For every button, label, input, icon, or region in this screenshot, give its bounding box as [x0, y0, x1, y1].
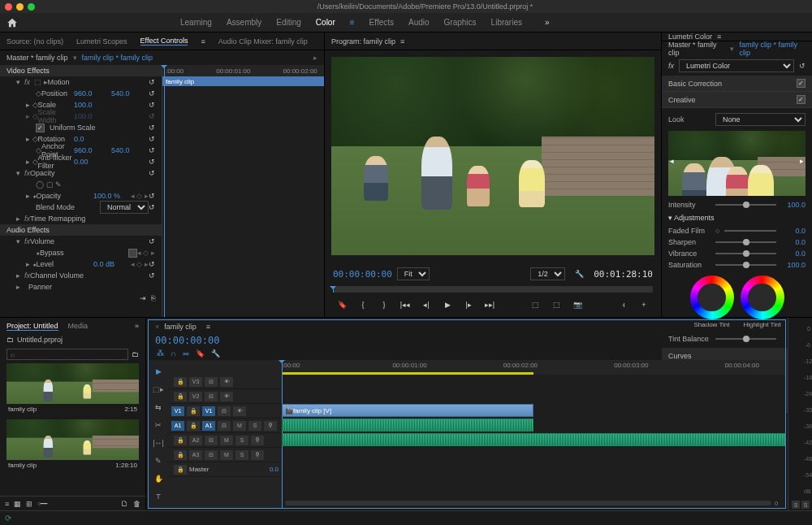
timeline-ruler[interactable]: :00:00 00:00:01:00 00:00:02:00 00:00:03:… — [282, 360, 785, 375]
overflow-icon[interactable]: » — [135, 322, 139, 330]
panel-menu-icon[interactable]: ≡ — [206, 323, 210, 331]
zoom-select[interactable]: 1/2 — [530, 267, 565, 280]
selection-tool[interactable]: ▶ — [152, 365, 165, 378]
export-icon[interactable]: ⎘ — [151, 294, 155, 304]
mute-a3[interactable]: M — [220, 450, 233, 460]
tab-effect-controls[interactable]: Effect Controls — [140, 37, 188, 46]
reset-icon[interactable]: ↺ — [149, 158, 155, 166]
scale-val[interactable]: 100.0 — [74, 101, 111, 109]
goto-in-icon[interactable]: |◂◂ — [399, 298, 412, 311]
play-icon[interactable]: ▸ — [313, 54, 317, 62]
saturation-val[interactable]: 100.0 — [781, 261, 806, 269]
reset-icon[interactable]: ↺ — [149, 203, 155, 211]
marker-icon[interactable]: 🔖 — [335, 298, 348, 311]
marker-icon[interactable]: 🔖 — [196, 349, 205, 358]
look-select[interactable]: None — [715, 113, 806, 126]
program-monitor[interactable] — [331, 57, 654, 255]
freeform-icon[interactable]: ⊞ — [26, 500, 32, 508]
new-bin-icon[interactable]: 🗀 — [132, 350, 139, 358]
track-a2[interactable]: A2 — [189, 436, 202, 445]
lock-v1[interactable]: 🔒 — [187, 406, 200, 416]
next-look-icon[interactable]: ▸ — [800, 157, 804, 165]
step-back-icon[interactable]: ◂| — [420, 298, 433, 311]
rec-a3[interactable]: 🎙 — [251, 450, 264, 460]
lift-icon[interactable]: ⬚ — [529, 298, 542, 311]
export-frame-icon[interactable]: 📷 — [571, 298, 584, 311]
ws-editing[interactable]: Editing — [276, 18, 301, 27]
toggle-a2[interactable]: ⊟ — [205, 436, 218, 445]
sync-icon[interactable]: ⟳ — [5, 514, 11, 523]
basic-enable[interactable] — [797, 79, 806, 88]
trash-icon[interactable]: 🗑 — [133, 500, 140, 508]
eye-v2[interactable]: 👁 — [220, 392, 233, 401]
sequence-tab[interactable]: family clip — [164, 323, 197, 331]
panel-menu-icon[interactable]: ≡ — [201, 37, 205, 46]
minimize-window-button[interactable] — [16, 3, 24, 11]
ws-effects[interactable]: Effects — [369, 18, 394, 27]
home-icon[interactable] — [6, 17, 18, 28]
tab-audio-mixer[interactable]: Audio Clip Mixer: family clip — [218, 37, 308, 46]
lock-a2[interactable]: 🔒 — [174, 436, 187, 445]
bin-item[interactable]: family clip2:15 — [6, 363, 139, 414]
basic-correction-header[interactable]: Basic Correction — [668, 80, 722, 88]
project-search[interactable] — [6, 349, 128, 360]
bin-item[interactable]: family clip1:28:10 — [6, 419, 139, 471]
hand-tool[interactable]: ✋ — [152, 472, 165, 485]
link-icon[interactable]: ⫘ — [182, 349, 189, 358]
lock-a1[interactable]: 🔒 — [187, 421, 200, 431]
tint-balance-slider[interactable] — [715, 338, 776, 340]
sharpen-slider[interactable] — [715, 241, 776, 243]
timeline-scrollbar[interactable] — [285, 501, 771, 505]
position-x[interactable]: 960.0 — [74, 89, 111, 98]
audio-clip-a2[interactable] — [282, 433, 785, 446]
ws-libraries[interactable]: Libraries — [491, 18, 522, 27]
reset-icon[interactable]: ↺ — [149, 192, 155, 200]
add-icon[interactable]: + — [637, 298, 650, 311]
mute-a1[interactable]: M — [233, 421, 246, 431]
source-a1[interactable]: A1 — [171, 421, 184, 431]
track-a3[interactable]: A3 — [189, 450, 202, 460]
step-fwd-icon[interactable]: |▸ — [462, 298, 475, 311]
lum-clip-link[interactable]: family clip * family clip — [739, 41, 806, 57]
track-v1[interactable]: V1 — [202, 406, 215, 416]
track-select-tool[interactable]: ⬚▸ — [152, 383, 165, 396]
lumetri-effect-select[interactable]: Lumetri Color — [679, 59, 794, 72]
ws-audio[interactable]: Audio — [408, 18, 430, 27]
extract-icon[interactable]: ⬚ — [550, 298, 563, 311]
tab-media[interactable]: Media — [68, 322, 89, 330]
out-icon[interactable]: } — [378, 298, 391, 311]
creative-header[interactable]: Creative — [668, 96, 696, 104]
reset-icon[interactable]: ↺ — [149, 135, 155, 143]
level-val[interactable]: 0.0 dB — [93, 260, 131, 268]
fit-select[interactable]: Fit — [397, 267, 430, 280]
ec-clip-bar[interactable]: family clip — [162, 76, 324, 86]
reset-icon[interactable]: ↺ — [149, 271, 155, 280]
anchor-y[interactable]: 540.0 — [111, 146, 149, 154]
sharpen-val[interactable]: 0.0 — [781, 238, 806, 246]
adjustments-header[interactable]: Adjustments — [674, 214, 715, 222]
ws-color[interactable]: Color — [316, 18, 335, 27]
magnet-icon[interactable]: ∩ — [171, 349, 175, 358]
type-tool[interactable]: T — [152, 490, 165, 503]
position-y[interactable]: 540.0 — [111, 89, 149, 98]
anchor-x[interactable]: 960.0 — [74, 146, 111, 154]
track-v2[interactable]: V2 — [189, 392, 202, 401]
vibrance-slider[interactable] — [715, 253, 776, 254]
source-v1[interactable]: V1 — [171, 406, 184, 416]
blend-mode-select[interactable]: Normal — [100, 201, 149, 214]
rotation-val[interactable]: 0.0 — [74, 135, 111, 143]
toggle-v3[interactable]: ⊟ — [205, 377, 218, 387]
vibrance-val[interactable]: 0.0 — [781, 249, 806, 258]
timeline-tc[interactable]: 00:00:00:00 — [149, 333, 785, 348]
bypass-checkbox[interactable] — [128, 249, 137, 258]
faded-val[interactable]: 0.0 — [781, 227, 806, 235]
lock-a3[interactable]: 🔒 — [174, 450, 187, 460]
solo-a2[interactable]: S — [235, 436, 248, 445]
maximize-window-button[interactable] — [28, 3, 35, 11]
lock-v2[interactable]: 🔒 — [174, 392, 187, 401]
toggle-a1[interactable]: ⊟ — [218, 421, 231, 431]
faded-slider[interactable] — [724, 230, 776, 232]
snap-icon[interactable]: ⁂ — [157, 349, 164, 358]
reset-icon[interactable]: ↺ — [149, 237, 155, 245]
goto-out-icon[interactable]: ▸▸| — [483, 298, 496, 311]
